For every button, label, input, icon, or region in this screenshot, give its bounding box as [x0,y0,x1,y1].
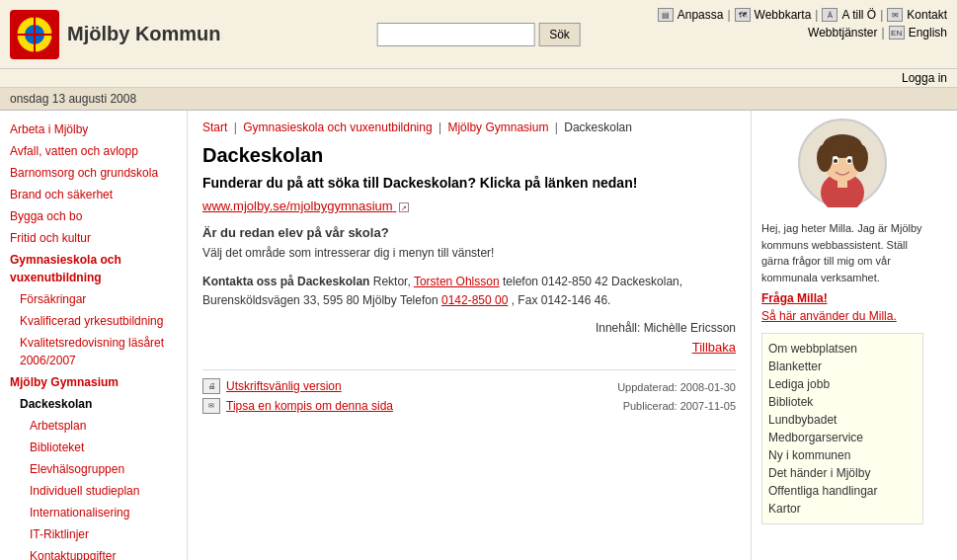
update-info: Uppdaterad: 2008-01-30 Publicerad: 2007-… [617,378,736,418]
print-link[interactable]: Utskriftsvänlig version [226,379,342,393]
sidebar-item-avfall[interactable]: Avfall, vatten och avlopp [0,140,187,162]
top-nav: ▤ Anpassa | 🗺 Webbkarta | Å A till Ö | ✉… [658,8,947,40]
svg-point-10 [817,144,833,172]
atillo-link[interactable]: A till Ö [841,8,876,22]
contact-heading: Kontakta oss på Dackeskolan [202,275,369,288]
page-title: Dackeskolan [202,144,736,167]
quick-link-lundbybadet[interactable]: Lundbybadet [768,411,917,429]
quick-link-kartor[interactable]: Kartor [768,500,917,518]
email-link-row: ✉ Tipsa en kompis om denna sida [202,398,393,414]
date-text: onsdag 13 augusti 2008 [10,92,136,106]
svg-point-15 [847,159,851,163]
search-button[interactable]: Sök [538,23,581,46]
svg-point-11 [852,144,868,172]
anpassa-icon: ▤ [658,8,674,22]
kontakt-icon: ✉ [887,8,903,22]
external-icon: ↗ [399,202,409,212]
breadcrumb-mjolby-gymnasium[interactable]: Mjölby Gymnasium [447,120,548,134]
search-area: Sök [376,23,581,46]
print-link-row: 🖨 Utskriftsvänlig version [202,378,393,394]
sidebar-item-dackeskolan[interactable]: Dackeskolan [0,393,187,415]
avatar [798,119,887,207]
date-bar: onsdag 13 augusti 2008 [0,88,957,111]
action-links: 🖨 Utskriftsvänlig version ✉ Tipsa en kom… [202,378,393,418]
login-link[interactable]: Logga in [902,71,947,85]
bottom-links: 🖨 Utskriftsvänlig version ✉ Tipsa en kom… [202,369,736,418]
sidebar-item-kvalitetsredovisning[interactable]: Kvalitetsredovisning läsåret 2006/2007 [0,332,187,371]
contact-tel-link[interactable]: 0142-850 00 [441,293,508,307]
inneh-line: Innehåll: Michèlle Ericsson [202,321,736,335]
share-link[interactable]: Tipsa en kompis om denna sida [226,399,393,413]
quick-link-ny-i-kommunen[interactable]: Ny i kommunen [768,446,917,464]
updated-text: Uppdaterad: 2008-01-30 [617,378,736,398]
sidebar-item-barnomsorg[interactable]: Barnomsorg och grundskola [0,162,187,184]
quick-link-det-hander[interactable]: Det händer i Mjölby [768,464,917,482]
webbtjanster-link[interactable]: Webbtjänster [808,26,877,40]
search-input[interactable] [376,23,534,46]
english-link[interactable]: English [909,26,947,40]
anpassa-link[interactable]: Anpassa [678,8,724,22]
sidebar-item-mjolby-gymnasium[interactable]: Mjölby Gymnasium [0,371,187,393]
published-text: Publicerad: 2007-11-05 [617,397,736,417]
top-nav-line1: ▤ Anpassa | 🗺 Webbkarta | Å A till Ö | ✉… [658,8,947,22]
top-nav-line2: Webbtjänster | EN English [808,26,947,40]
sidebar-item-it-riktlinjer[interactable]: IT-Riktlinjer [0,523,187,545]
breadcrumb: Start | Gymnasieskola och vuxenutbildnin… [202,120,736,134]
logo-text: Mjölby Kommun [67,23,221,45]
contact-block: Kontakta oss på Dackeskolan Rektor, Tors… [202,273,736,310]
sidebar-item-arbeta[interactable]: Arbeta i Mjölby [0,119,187,140]
quick-link-blanketter[interactable]: Blanketter [768,358,917,375]
kontakt-link[interactable]: Kontakt [907,8,947,22]
logo-area: Mjölby Kommun [10,10,221,59]
tillbaka-link[interactable]: Tillbaka [202,340,736,355]
page-subtitle: Funderar du på att söka till Dackeskolan… [202,175,736,191]
quick-link-lediga[interactable]: Lediga jobb [768,375,917,393]
sidebar-item-internationalisering[interactable]: Internationalisering [0,502,187,523]
quick-link-om[interactable]: Om webbplatsen [768,340,917,358]
sidebar-item-individuell[interactable]: Individuell studieplan [0,480,187,502]
atillo-icon: Å [822,8,837,22]
sidebar-item-forsakringar[interactable]: Försäkringar [0,288,187,310]
sidebar-item-bygga[interactable]: Bygga och bo [0,205,187,227]
breadcrumb-current: Dackeskolan [564,120,632,134]
quick-link-medborgarservice[interactable]: Medborgarservice [768,429,917,446]
sidebar-item-arbetsplan[interactable]: Arbetsplan [0,415,187,437]
header: Mjölby Kommun Sök ▤ Anpassa | 🗺 Webbkart… [0,0,957,69]
email-icon: ✉ [202,398,220,414]
milla-description: Hej, jag heter Milla. Jag är Mjölby komm… [761,220,923,285]
quick-links-box: Om webbplatsen Blanketter Lediga jobb Bi… [761,333,923,524]
contact-person-link[interactable]: Torsten Ohlsson [414,275,500,288]
contact-fax-text: , Fax 0142-146 46. [512,293,611,307]
quick-link-offentliga[interactable]: Offentliga handlingar [768,482,917,500]
contact-text-label: Rektor, [373,275,414,288]
print-icon: 🖨 [202,378,220,394]
quick-link-bibliotek[interactable]: Bibliotek [768,393,917,411]
sidebar-item-kvalificerad[interactable]: Kvalificerad yrkesutbildning [0,310,187,332]
logo-icon [10,10,59,59]
elev-text: Välj det område som intresserar dig i me… [202,244,736,263]
sidebar-item-gymnasieskola[interactable]: Gymnasieskola och vuxenutbildning [0,249,187,288]
elev-heading: Är du redan elev på vår skola? [202,225,736,240]
right-sidebar: Hej, jag heter Milla. Jag är Mjölby komm… [751,111,933,560]
sidebar-item-biblioteket[interactable]: Biblioteket [0,437,187,458]
webbkarta-link[interactable]: Webbkarta [755,8,812,22]
login-bar: Logga in [0,69,957,88]
sidebar-item-brand[interactable]: Brand och säkerhet [0,184,187,205]
avatar-area [761,119,923,210]
breadcrumb-start[interactable]: Start [202,120,227,134]
breadcrumb-gymnasieskola[interactable]: Gymnasieskola och vuxenutbildning [243,120,432,134]
sidebar-item-elevhalsogr[interactable]: Elevhälsogruppen [0,458,187,480]
english-icon: EN [889,26,905,40]
main-content: Start | Gymnasieskola och vuxenutbildnin… [188,111,751,560]
sidebar: Arbeta i Mjölby Avfall, vatten och avlop… [0,111,188,560]
main-layout: Arbeta i Mjölby Avfall, vatten och avlop… [0,111,957,560]
anvand-milla-link[interactable]: Så här använder du Milla. [761,309,923,323]
main-website-link[interactable]: www.mjolby.se/mjolbygymnasium ↗ [202,199,736,213]
sidebar-item-fritid[interactable]: Fritid och kultur [0,227,187,249]
sidebar-item-kontaktuppgifter[interactable]: Kontaktuppgifter [0,545,187,560]
fraga-milla-link[interactable]: Fråga Milla! [761,291,923,305]
webbkarta-icon: 🗺 [735,8,751,22]
main-url-text: www.mjolby.se/mjolbygymnasium [202,199,393,213]
svg-point-14 [834,159,837,163]
